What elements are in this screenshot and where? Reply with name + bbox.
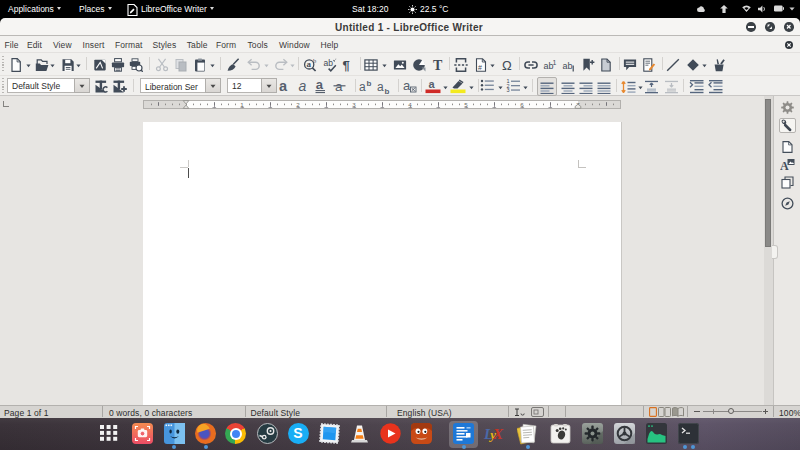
svg-text:1: 1 [553, 58, 557, 65]
svg-text:b: b [385, 87, 390, 95]
svg-text:a: a [377, 80, 384, 94]
svg-text:ab: ab [563, 61, 573, 71]
svg-text:3: 3 [506, 87, 509, 93]
svg-text:a: a [279, 78, 288, 94]
svg-text:a: a [316, 78, 324, 92]
svg-text:¶: ¶ [342, 58, 349, 72]
svg-text:#: # [478, 63, 482, 70]
svg-text:b: b [313, 58, 316, 64]
svg-text:a: a [359, 80, 366, 94]
svg-text:ab: ab [323, 58, 333, 68]
svg-text:b: b [367, 79, 372, 88]
svg-text:a: a [429, 78, 436, 90]
svg-text:a: a [403, 78, 411, 93]
svg-text:T: T [433, 58, 443, 72]
svg-text:a: a [299, 78, 307, 94]
svg-text:a: a [307, 59, 312, 69]
svg-text:Ω: Ω [502, 58, 512, 72]
